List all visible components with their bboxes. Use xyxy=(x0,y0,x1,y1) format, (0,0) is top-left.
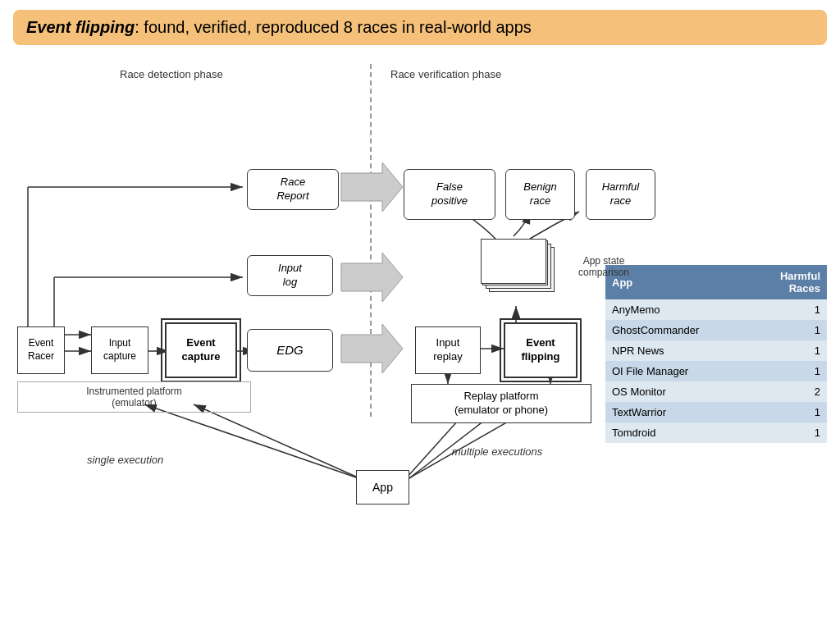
benign-race-box: Benign race xyxy=(505,169,575,220)
table-row: NPR News1 xyxy=(605,340,827,361)
harmful-race-box: Harmful race xyxy=(586,169,655,220)
app-name-cell: TextWarrior xyxy=(605,402,750,422)
table-row: OI File Manager1 xyxy=(605,361,827,381)
event-capture-box: Event capture xyxy=(165,322,237,378)
table-row: GhostCommander1 xyxy=(605,320,827,340)
input-capture-box: Input capture xyxy=(91,326,148,374)
false-positive-box: False positive xyxy=(404,169,495,220)
svg-marker-4 xyxy=(341,324,403,373)
race-report-box: Race Report xyxy=(247,169,339,210)
multiple-executions-label: multiple executions xyxy=(423,445,571,458)
phase-verification-label: Race verification phase xyxy=(390,68,501,80)
phase-divider xyxy=(370,64,372,417)
app-name-cell: OS Monitor xyxy=(605,381,750,402)
table-row: AnyMemo1 xyxy=(605,299,827,320)
races-count-cell: 1 xyxy=(750,361,827,381)
table-row: OS Monitor2 xyxy=(605,381,827,402)
app-name-cell: OI File Manager xyxy=(605,361,750,381)
title-bold: Event flipping xyxy=(26,18,135,36)
app-name-cell: NPR News xyxy=(605,340,750,361)
stacked-boxes-container xyxy=(481,239,559,296)
races-count-cell: 1 xyxy=(750,422,827,443)
races-count-cell: 2 xyxy=(750,381,827,402)
app-name-cell: AnyMemo xyxy=(605,299,750,320)
input-log-box: Input log xyxy=(247,255,333,296)
title-rest: : found, verified, reproduced 8 races in… xyxy=(135,18,532,36)
edg-box: EDG xyxy=(247,329,333,372)
svg-marker-3 xyxy=(341,253,403,302)
table-container: App Harmful Races AnyMemo1GhostCommander… xyxy=(605,265,827,609)
header-banner: Event flipping: found, verified, reprodu… xyxy=(13,10,827,45)
app-name-cell: GhostCommander xyxy=(605,320,750,340)
app-name-cell: Tomdroid xyxy=(605,422,750,443)
races-count-cell: 1 xyxy=(750,320,827,340)
table-row: TextWarrior1 xyxy=(605,402,827,422)
app-state-comparison-label: App state comparison xyxy=(563,255,645,278)
svg-line-21 xyxy=(144,404,382,486)
races-count-cell: 1 xyxy=(750,402,827,422)
event-flipping-box: Event flipping xyxy=(504,322,578,378)
app-box: App xyxy=(356,470,409,504)
results-table: App Harmful Races AnyMemo1GhostCommander… xyxy=(605,265,827,443)
col-races-header: Harmful Races xyxy=(750,265,827,299)
phase-detection-label: Race detection phase xyxy=(120,68,223,80)
replay-platform-box: Replay platform (emulator or phone) xyxy=(411,384,591,423)
races-count-cell: 1 xyxy=(750,299,827,320)
table-row: Tomdroid1 xyxy=(605,422,827,443)
svg-marker-2 xyxy=(341,162,403,212)
svg-line-20 xyxy=(194,404,378,486)
input-replay-box: Input replay xyxy=(415,326,481,374)
instrumented-platform-label: Instrumented platform (emulator) xyxy=(17,381,251,413)
races-count-cell: 1 xyxy=(750,340,827,361)
event-racer-box: Event Racer xyxy=(17,326,65,374)
single-execution-label: single execution xyxy=(87,454,163,466)
